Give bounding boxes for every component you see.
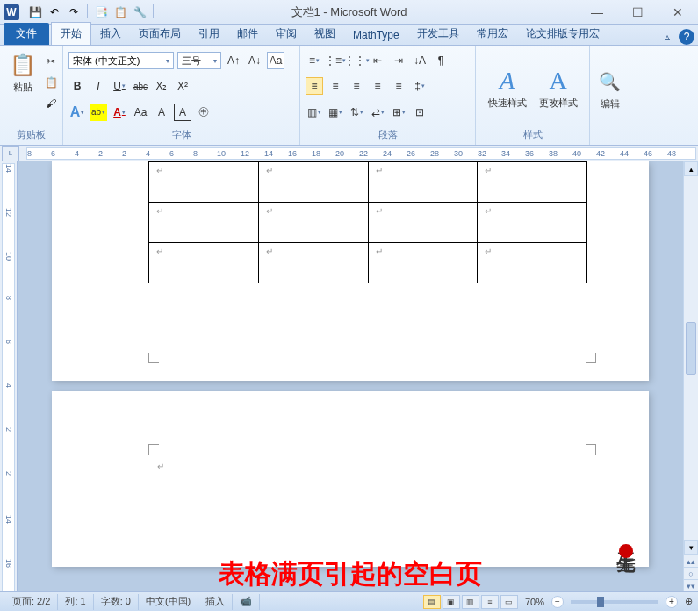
view-print-icon[interactable]: ▤ <box>423 595 441 609</box>
tab-review[interactable]: 审阅 <box>267 23 306 45</box>
zoom-in-button[interactable]: + <box>666 596 678 608</box>
document-table[interactable]: ↵↵↵↵ ↵↵↵↵ ↵↵↵↵ <box>148 161 587 283</box>
align-center-icon[interactable]: ≡ <box>327 77 344 95</box>
text-direction-v-icon[interactable]: ⇅ <box>348 104 365 121</box>
format-painter-icon[interactable]: 🖌 <box>42 95 60 112</box>
status-column[interactable]: 列: 1 <box>58 594 93 610</box>
superscript-button[interactable]: X² <box>174 77 191 95</box>
help-icon[interactable]: ? <box>679 29 694 45</box>
text-effects-icon[interactable]: A <box>68 104 86 121</box>
subscript-button[interactable]: X₂ <box>153 77 170 95</box>
scroll-down-icon[interactable]: ▾ <box>684 540 698 555</box>
text-direction-h-icon[interactable]: ⇄ <box>369 104 386 121</box>
grow-font-icon[interactable]: A↑ <box>225 52 242 69</box>
ruler-horizontal[interactable]: L 86422468101214161820222426283032343638… <box>0 146 698 161</box>
view-outline-icon[interactable]: ≡ <box>481 595 499 609</box>
tab-macros[interactable]: 常用宏 <box>468 23 517 45</box>
view-web-icon[interactable]: ▥ <box>462 595 479 609</box>
tab-references[interactable]: 引用 <box>190 23 228 45</box>
status-language[interactable]: 中文(中国) <box>139 594 198 610</box>
underline-button[interactable]: U <box>111 77 128 95</box>
shrink-font-icon[interactable]: A↓ <box>246 52 263 69</box>
status-macro-icon[interactable]: 📹 <box>233 594 260 610</box>
maximize-button[interactable]: ☐ <box>617 0 658 25</box>
editing-button[interactable]: 🔍 编辑 <box>593 66 628 112</box>
qat-paste-icon[interactable]: 📋 <box>112 4 129 21</box>
quick-styles-button[interactable]: A 快速样式 <box>485 65 530 111</box>
numbering-icon[interactable]: ⋮≡ <box>327 52 344 69</box>
zoom-out-button[interactable]: − <box>551 596 564 608</box>
phonetic-icon[interactable]: Aa <box>132 104 149 121</box>
close-button[interactable]: ✕ <box>658 0 698 25</box>
shading-icon[interactable]: ▥ <box>306 104 323 121</box>
line-spacing-icon[interactable]: ‡ <box>411 77 428 95</box>
zoom-expand-icon[interactable]: ⊕ <box>685 596 693 607</box>
grid-icon[interactable]: ⊡ <box>411 104 428 121</box>
qat-doc-icon[interactable]: 📑 <box>92 4 110 21</box>
font-size-combo[interactable]: 三号 <box>177 52 221 69</box>
copy-icon[interactable]: 📋 <box>42 74 60 91</box>
prev-page-icon[interactable]: ▴▴ <box>684 555 698 567</box>
tab-mathtype[interactable]: MathType <box>344 25 408 45</box>
bullets-icon[interactable]: ≡ <box>306 52 323 69</box>
justify-icon[interactable]: ≡ <box>369 77 386 95</box>
view-fullscreen-icon[interactable]: ▣ <box>443 595 460 609</box>
qat-redo-icon[interactable]: ↷ <box>65 4 83 21</box>
tab-view[interactable]: 视图 <box>306 23 344 45</box>
enclosed-char-icon[interactable]: ㊥ <box>195 104 212 121</box>
multilevel-icon[interactable]: ⋮⋮ <box>348 52 365 69</box>
cut-icon[interactable]: ✂ <box>42 53 60 70</box>
table-row[interactable]: ↵↵↵↵ <box>149 243 587 283</box>
align-right-icon[interactable]: ≡ <box>348 77 365 95</box>
strikethrough-button[interactable]: abc <box>132 77 149 95</box>
font-family-combo[interactable]: 宋体 (中文正文) <box>68 52 174 69</box>
sort-icon[interactable]: ↓A <box>411 52 428 69</box>
tab-insert[interactable]: 插入 <box>91 23 130 45</box>
distribute-icon[interactable]: ≡ <box>390 77 407 95</box>
page-2[interactable]: ↵ 七三先生 <box>52 391 649 567</box>
font-color-icon[interactable]: A <box>111 104 128 121</box>
status-page[interactable]: 页面: 2/2 <box>5 594 58 610</box>
qat-undo-icon[interactable]: ↶ <box>46 4 63 21</box>
view-draft-icon[interactable]: ▭ <box>500 595 518 609</box>
zoom-slider-thumb[interactable] <box>597 597 604 607</box>
paste-button[interactable]: 📋 粘贴 <box>5 49 40 112</box>
scroll-track[interactable] <box>684 176 698 540</box>
ribbon-minimize-icon[interactable]: ▵ <box>659 29 675 45</box>
increase-indent-icon[interactable]: ⇥ <box>390 52 407 69</box>
qat-tools-icon[interactable]: 🔧 <box>131 4 148 21</box>
change-styles-button[interactable]: A 更改样式 <box>536 65 581 111</box>
highlight-icon[interactable]: ab <box>90 104 107 121</box>
qat-save-icon[interactable]: 💾 <box>26 4 44 21</box>
bold-button[interactable]: B <box>68 77 86 95</box>
scrollbar-vertical[interactable]: ▴ ▾ ▴▴ ○ ▾▾ <box>683 161 698 591</box>
file-tab[interactable]: 文件 <box>4 23 49 45</box>
zoom-slider[interactable] <box>571 600 658 604</box>
italic-button[interactable]: I <box>90 77 107 95</box>
snap-icon[interactable]: ⊞ <box>390 104 407 121</box>
decrease-indent-icon[interactable]: ⇤ <box>369 52 386 69</box>
zoom-percent[interactable]: 70% <box>525 597 544 607</box>
browse-object-icon[interactable]: ○ <box>684 567 698 579</box>
status-insert-mode[interactable]: 插入 <box>198 594 233 610</box>
tab-mailings[interactable]: 邮件 <box>228 23 267 45</box>
tab-developer[interactable]: 开发工具 <box>408 23 468 45</box>
show-marks-icon[interactable]: ¶ <box>432 52 450 69</box>
document-area[interactable]: ↵↵↵↵ ↵↵↵↵ ↵↵↵↵ 表格满页引起的空白页 ↵ 七三先生 <box>18 161 683 591</box>
ruler-vertical[interactable]: 141210864221416 <box>0 161 18 591</box>
clear-format-icon[interactable]: Aa <box>267 52 284 69</box>
scroll-up-icon[interactable]: ▴ <box>684 161 698 176</box>
table-row[interactable]: ↵↵↵↵ <box>149 162 587 203</box>
scroll-thumb[interactable] <box>686 322 696 375</box>
ruler-corner[interactable]: L <box>2 146 19 161</box>
table-row[interactable]: ↵↵↵↵ <box>149 203 587 243</box>
minimize-button[interactable]: — <box>577 0 617 25</box>
next-page-icon[interactable]: ▾▾ <box>684 579 698 591</box>
tab-home[interactable]: 开始 <box>51 22 91 45</box>
page-1[interactable]: ↵↵↵↵ ↵↵↵↵ ↵↵↵↵ <box>52 161 649 381</box>
change-case-icon[interactable]: A <box>153 104 170 121</box>
status-words[interactable]: 字数: 0 <box>94 594 139 610</box>
char-border-icon[interactable]: A <box>174 104 191 121</box>
align-left-icon[interactable]: ≡ <box>306 77 323 95</box>
borders-icon[interactable]: ▦ <box>327 104 344 121</box>
